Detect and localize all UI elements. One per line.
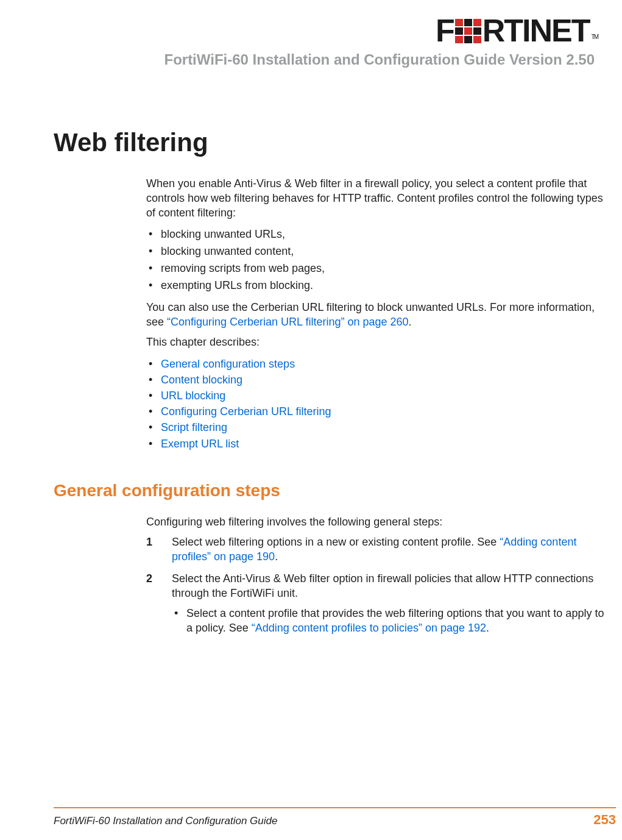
list-item: blocking unwanted URLs, [146,226,610,243]
document-title: FortiWiFi-60 Installation and Configurat… [164,51,598,68]
step-text: Select the Anti-Virus & Web filter optio… [172,572,593,599]
section-intro: Configuring web filtering involves the f… [146,515,610,530]
page-content: Web filtering When you enable Anti-Virus… [0,73,622,636]
toc-link[interactable]: Configuring Cerberian URL filtering [161,405,331,418]
toc-item: General configuration steps [146,356,610,372]
toc-link[interactable]: General configuration steps [161,358,295,370]
text-span: Select web filtering options in a new or… [172,536,500,548]
toc-item: Content blocking [146,372,610,388]
filtering-types-list: blocking unwanted URLs, blocking unwante… [146,226,610,294]
list-item: exempting URLs from blocking. [146,277,610,294]
list-item: blocking unwanted content, [146,243,610,260]
step-body: Select web filtering options in a new or… [172,535,610,564]
adding-profiles-policies-link[interactable]: “Adding content profiles to policies” on… [252,622,486,634]
logo-letters-rest: RTINET [482,12,590,49]
toc-item: Configuring Cerberian URL filtering [146,404,610,419]
toc-item: Script filtering [146,419,610,435]
step-body: Select the Anti-Virus & Web filter optio… [172,572,610,636]
text-span: . [409,316,412,328]
page-footer: FortiWiFi-60 Installation and Configurat… [54,807,616,828]
section-body: Configuring web filtering involves the f… [146,515,610,636]
fortinet-logo: F RTINET TM FortiWiFi-60 Installation an… [164,12,598,68]
toc-link[interactable]: Script filtering [161,421,227,433]
text-span: . [486,622,489,634]
step-1: 1 Select web filtering options in a new … [146,535,610,564]
toc-link[interactable]: URL blocking [161,390,225,402]
toc-link[interactable]: Exempt URL list [161,438,239,450]
text-span: . [275,550,278,563]
toc-item: URL blocking [146,388,610,404]
toc-item: Exempt URL list [146,436,610,452]
section-heading-general-config: General configuration steps [54,481,616,500]
step-2: 2 Select the Anti-Virus & Web filter opt… [146,572,610,636]
chapter-title: Web filtering [54,128,616,157]
footer-doc-title: FortiWiFi-60 Installation and Configurat… [54,815,277,827]
describes-paragraph: This chapter describes: [146,335,610,350]
step-number: 2 [146,572,172,636]
toc-link[interactable]: Content blocking [161,374,242,386]
chapter-body: When you enable Anti-Virus & Web filter … [146,177,610,452]
logo-text: F RTINET TM [436,12,598,49]
sub-list-item: Select a content profile that provides t… [172,607,610,636]
step-2-sublist: Select a content profile that provides t… [172,607,610,636]
logo-letter-f: F [436,12,454,49]
cerberian-link[interactable]: “Configuring Cerberian URL filtering” on… [167,316,409,328]
trademark-symbol: TM [592,34,598,40]
list-item: removing scripts from web pages, [146,260,610,277]
intro-paragraph: When you enable Anti-Virus & Web filter … [146,177,610,220]
page-number: 253 [593,812,616,828]
step-number: 1 [146,535,172,564]
logo-grid-icon [455,18,481,43]
cerberian-paragraph: You can also use the Cerberian URL filte… [146,301,610,330]
chapter-toc-list: General configuration steps Content bloc… [146,356,610,452]
header-logo-area: F RTINET TM FortiWiFi-60 Installation an… [0,0,622,73]
